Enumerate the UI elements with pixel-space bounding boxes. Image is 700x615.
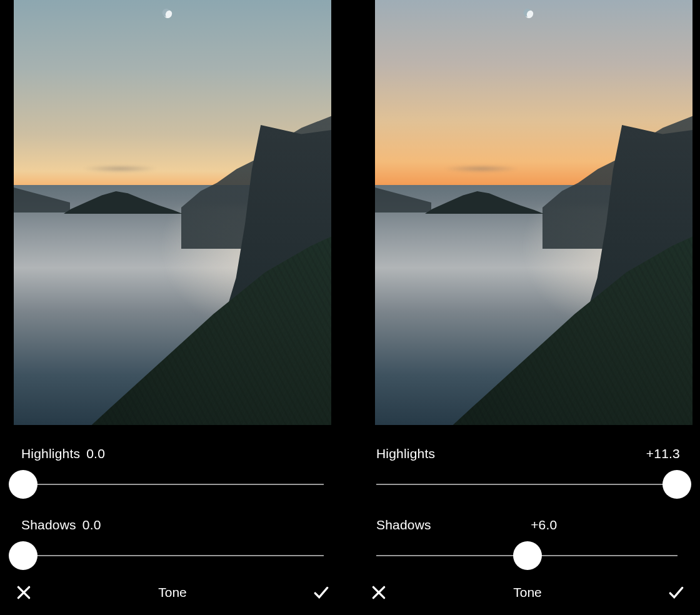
bottom-bar: Tone bbox=[14, 582, 331, 602]
highlights-slider[interactable] bbox=[14, 470, 331, 499]
slider-track bbox=[376, 484, 666, 485]
shadows-row: Shadows 0.0 bbox=[14, 518, 331, 570]
highlights-label: Highlights bbox=[376, 446, 435, 461]
shadows-label: Shadows bbox=[21, 518, 76, 532]
highlights-value: +11.3 bbox=[646, 446, 680, 461]
tone-controls: Highlights +11.3 Shadows +6.0 Tone bbox=[355, 425, 700, 615]
highlights-label: Highlights bbox=[21, 446, 80, 461]
cancel-button[interactable] bbox=[369, 582, 389, 602]
editor-panel-before: Highlights 0.0 Shadows 0.0 Tone bbox=[0, 0, 345, 615]
slider-thumb[interactable] bbox=[662, 470, 691, 499]
slider-thumb[interactable] bbox=[9, 470, 38, 499]
preview-scene bbox=[375, 0, 692, 425]
bottom-bar: Tone bbox=[369, 582, 686, 602]
panel-title: Tone bbox=[513, 585, 542, 600]
shadows-row: Shadows +6.0 bbox=[369, 518, 686, 570]
cancel-button[interactable] bbox=[14, 582, 34, 602]
close-icon bbox=[371, 584, 387, 601]
editor-panel-after: Highlights +11.3 Shadows +6.0 Tone bbox=[355, 0, 700, 615]
close-icon bbox=[16, 584, 32, 601]
highlights-row: Highlights +11.3 bbox=[369, 446, 686, 499]
highlights-row: Highlights 0.0 bbox=[14, 446, 331, 499]
shadows-slider[interactable] bbox=[369, 541, 686, 570]
slider-thumb[interactable] bbox=[9, 541, 38, 570]
shadows-slider[interactable] bbox=[14, 541, 331, 570]
highlights-slider[interactable] bbox=[369, 470, 686, 499]
shadows-value: 0.0 bbox=[82, 518, 101, 532]
image-preview bbox=[355, 0, 700, 425]
check-icon bbox=[313, 584, 329, 601]
clouds bbox=[82, 165, 158, 172]
check-icon bbox=[668, 584, 684, 601]
slider-track bbox=[32, 555, 324, 556]
preview-scene bbox=[14, 0, 331, 425]
clouds bbox=[444, 165, 519, 172]
slider-track bbox=[32, 484, 324, 485]
panel-title: Tone bbox=[158, 585, 187, 600]
image-preview bbox=[0, 0, 345, 425]
confirm-button[interactable] bbox=[666, 582, 686, 602]
tone-controls: Highlights 0.0 Shadows 0.0 Tone bbox=[0, 425, 345, 615]
confirm-button[interactable] bbox=[311, 582, 331, 602]
slider-thumb[interactable] bbox=[513, 541, 542, 570]
shadows-value: +6.0 bbox=[531, 518, 557, 532]
shadows-label: Shadows bbox=[376, 518, 431, 532]
highlights-value: 0.0 bbox=[86, 446, 105, 461]
